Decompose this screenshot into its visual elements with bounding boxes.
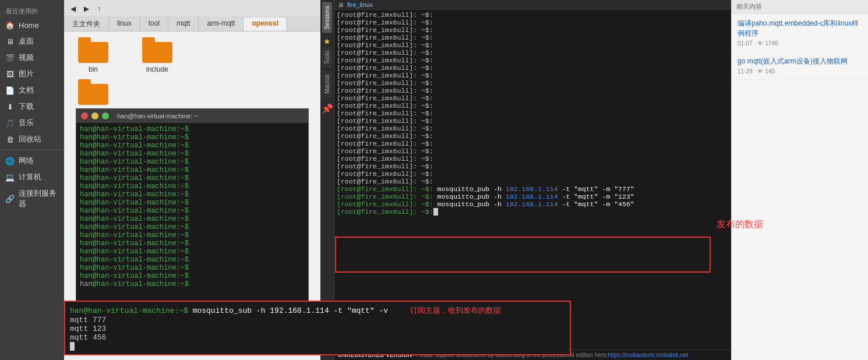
terminal-title: han@han-virtual-machine: ~ [117, 112, 198, 119]
tab-tool[interactable]: tool [140, 17, 168, 31]
term-line-3: han@han-virtual-machine:~$ [80, 142, 305, 150]
term-line-19: han@han-virtual-machine:~$ [80, 272, 305, 280]
term-line-5: han@han-virtual-machine:~$ [80, 158, 305, 166]
forward-button[interactable]: ▶ [81, 3, 92, 14]
term-line-1: han@han-virtual-machine:~$ [80, 125, 305, 133]
maximize-button[interactable] [102, 112, 109, 119]
sub-data-3: mqtt 456 [70, 333, 565, 342]
back-button[interactable]: ◀ [68, 3, 79, 14]
term-line-10: han@han-virtual-machine:~$ [80, 199, 305, 207]
sidebar-item-documents[interactable]: 📄 文档 [0, 82, 64, 98]
sub-cursor [70, 342, 565, 351]
sidebar-item-network[interactable]: 🌐 网络 [0, 153, 64, 169]
term-line-9: han@han-virtual-machine:~$ [80, 190, 305, 199]
tools-tab[interactable]: Tools [322, 47, 332, 68]
term-line-6: han@han-virtual-machine:~$ [80, 166, 305, 174]
sidebar-item-desktop[interactable]: 🖥 桌面 [0, 33, 64, 50]
terminal-titlebar: han@han-virtual-machine: ~ [76, 109, 308, 123]
tab-mqtt[interactable]: mqtt [168, 17, 199, 31]
sidebar-item-computer[interactable]: 💻 计算机 [0, 169, 64, 185]
network-icon: 🌐 [5, 156, 15, 166]
sidebar-item-network-label: 网络 [19, 156, 34, 166]
sidebar-item-connect-server[interactable]: 🔗 连接到服务器 [0, 185, 64, 212]
session-name: fire_linux [347, 1, 373, 8]
close-button[interactable] [81, 112, 88, 119]
subscription-terminal[interactable]: han@han-virtual-machine:~$ mosquitto_sub… [64, 301, 571, 355]
tab-home[interactable]: 主文件夹 [64, 17, 109, 31]
sidebar-item-videos[interactable]: 🎬 视频 [0, 50, 64, 66]
sidebar-item-trash-label: 回收站 [19, 134, 41, 144]
term-line-7: han@han-virtual-machine:~$ [80, 174, 305, 182]
session-icon: 🖥 [338, 2, 344, 8]
star-icon[interactable]: ★ [323, 37, 331, 46]
term-line-4: han@han-virtual-machine:~$ [80, 150, 305, 158]
sidebar-item-downloads-label: 下载 [19, 101, 34, 112]
pictures-icon: 🖼 [5, 69, 15, 79]
desktop-icon: 🖥 [5, 36, 15, 47]
computer-icon: 💻 [5, 172, 15, 182]
sidebar-item-home[interactable]: 🏠 Home [0, 17, 64, 33]
blog-item-2[interactable]: go mqtt(嵌入式arm设备)接入物联网 11-29 👁 140 [732, 52, 868, 80]
trash-icon: 🗑 [5, 134, 15, 144]
macros-tab[interactable]: Macros [322, 71, 332, 97]
folder-include-label: include [146, 65, 168, 73]
blog-item-1[interactable]: 编译paho.mqtt.embedded-c库和linux样例程序 01-07 … [732, 14, 868, 52]
sub-cmd-line: han@han-virtual-machine:~$ mosquitto_sub… [70, 305, 565, 316]
sidebar-item-connect-label: 连接到服务器 [19, 188, 59, 209]
sidebar-item-desktop-label: 桌面 [19, 36, 34, 47]
pin-icon[interactable]: 📌 [322, 103, 333, 114]
connect-icon: 🔗 [5, 193, 15, 204]
home-icon: 🏠 [5, 20, 15, 30]
downloads-icon: ⬇ [5, 101, 15, 112]
term-line-13: han@han-virtual-machine:~$ [80, 223, 305, 231]
sidebar-item-documents-label: 文档 [19, 85, 34, 96]
terminal-body[interactable]: han@han-virtual-machine:~$ han@han-virtu… [76, 123, 308, 317]
file-manager-sidebar: 最近使用的 🏠 Home 🖥 桌面 🎬 视频 🖼 图片 📄 文档 ⬇ 下载 🎵 … [0, 0, 64, 360]
sidebar-item-downloads[interactable]: ⬇ 下载 [0, 98, 64, 115]
blog-title-1: 编译paho.mqtt.embedded-c库和linux样例程序 [738, 19, 862, 38]
sidebar-divider [0, 150, 64, 150]
sub-data-2: mqtt 123 [70, 324, 565, 333]
sub-prompt: han@han-virtual-machine:~$ [70, 306, 188, 315]
term-line-11: han@han-virtual-machine:~$ [80, 207, 305, 215]
status-link[interactable]: https://mobaxterm.mobatek.net [608, 352, 689, 358]
right-panel-header: 相关内容 [732, 0, 868, 14]
term-line-17: han@han-virtual-machine:~$ [80, 256, 305, 264]
up-button[interactable]: ↑ [94, 3, 104, 14]
file-row-1: bin include [70, 37, 315, 73]
term-line-16: han@han-virtual-machine:~$ [80, 248, 305, 256]
sidebar-item-pictures[interactable]: 🖼 图片 [0, 66, 64, 82]
documents-icon: 📄 [5, 85, 15, 96]
recent-label: 最近使用的 [0, 5, 64, 17]
folder-bin-icon [78, 37, 108, 63]
file-toolbar: ◀ ▶ ↑ [64, 0, 320, 17]
sidebar-item-pictures-label: 图片 [19, 69, 34, 79]
folder-bin[interactable]: bin [70, 37, 117, 73]
folder-include[interactable]: include [134, 37, 181, 73]
tab-arm-mqtt[interactable]: arm-mqtt [199, 17, 244, 31]
publish-annotation: 发布的数据 [717, 218, 763, 231]
sub-annotation: 订阅主题，收到发布的数据 [410, 306, 501, 315]
tab-linux[interactable]: linux [109, 17, 140, 31]
sidebar-item-trash[interactable]: 🗑 回收站 [0, 131, 64, 147]
term-line-8: han@han-virtual-machine:~$ [80, 182, 305, 190]
term-line-2: han@han-virtual-machine:~$ [80, 133, 305, 142]
blog-title-2: go mqtt(嵌入式arm设备)接入物联网 [738, 57, 862, 66]
blog-meta-1: 01-07 👁 1748 [738, 40, 862, 47]
music-icon: 🎵 [5, 118, 15, 128]
sidebar-item-music[interactable]: 🎵 音乐 [0, 115, 64, 131]
term-line-15: han@han-virtual-machine:~$ [80, 239, 305, 248]
folder-include-icon [142, 37, 172, 63]
minimize-button[interactable] [91, 112, 98, 119]
term-line-12: han@han-virtual-machine:~$ [80, 215, 305, 223]
tab-openssl[interactable]: openssl [244, 17, 287, 31]
sessions-tab[interactable]: Sessions [322, 2, 332, 33]
sidebar-item-music-label: 音乐 [19, 118, 34, 128]
video-icon: 🎬 [5, 52, 15, 63]
term-line-18: han@han-virtual-machine:~$ [80, 264, 305, 272]
blog-meta-2: 11-29 👁 140 [738, 68, 862, 75]
sidebar-item-videos-label: 视频 [19, 52, 34, 63]
term-line-20: han@han-virtual-machine:~$ [80, 280, 305, 288]
term-line-14: han@han-virtual-machine:~$ [80, 231, 305, 239]
sub-command: mosquitto_sub -h 192.168.1.114 -t "mqtt"… [193, 306, 388, 315]
